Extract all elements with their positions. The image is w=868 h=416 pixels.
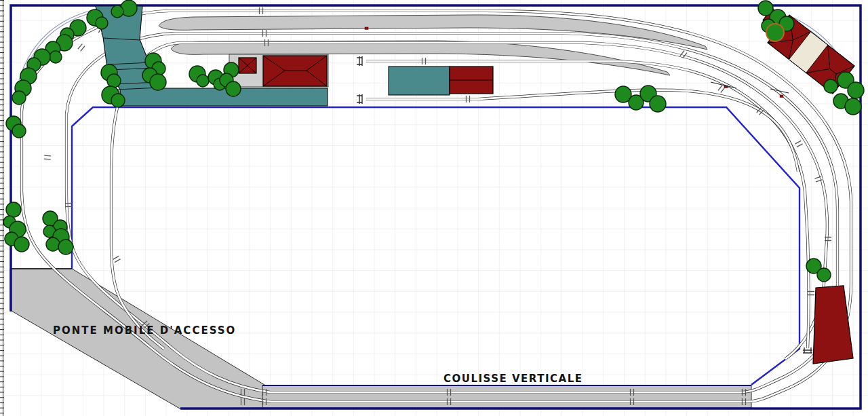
ponte-mobile-label: PONTE MOBILE D'ACCESSO xyxy=(53,324,236,337)
left-ruler xyxy=(0,0,4,416)
staging-band xyxy=(262,385,751,408)
small-square-building xyxy=(239,58,256,73)
track-plan-canvas[interactable]: PONTE MOBILE D'ACCESSO COULISSE VERTICAL… xyxy=(0,0,868,416)
track-plan-svg: PONTE MOBILE D'ACCESSO COULISSE VERTICAL… xyxy=(0,0,868,416)
goods-shed-teal xyxy=(389,67,493,95)
station-building xyxy=(263,56,327,86)
coulisse-verticale-label: COULISSE VERTICALE xyxy=(443,373,583,385)
autumn-tree xyxy=(766,24,784,41)
